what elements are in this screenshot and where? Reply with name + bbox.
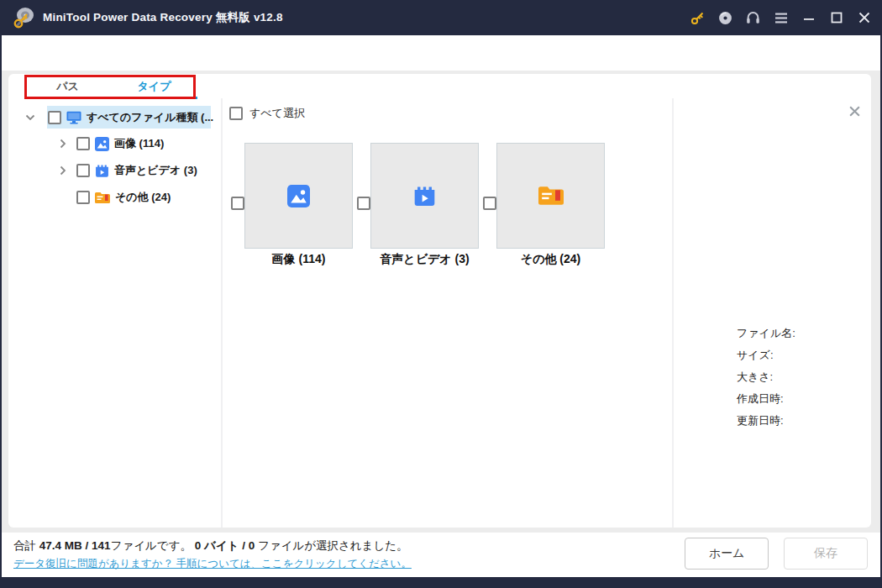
tile-label-images: 画像 (114) [244,252,353,267]
image-icon [95,137,109,151]
folder-icon [95,192,110,204]
select-all-checkbox[interactable] [229,107,243,120]
tab-type-label: タイプ [138,79,171,94]
home-button[interactable]: ホーム [685,538,769,570]
video-icon [413,185,436,207]
tree-checkbox-all-file-types[interactable] [48,111,61,124]
monitor-icon [66,111,81,124]
main-details-divider [672,98,674,528]
status-bar: 合計 47.4 MB / 141ファイルです。 0 バイト / 0 ファイルが選… [2,533,880,577]
select-all-label: すべて選択 [249,106,305,121]
tile-checkbox-audio-video[interactable] [357,197,370,210]
tree-checkbox-images[interactable] [76,137,90,150]
tab-path-label: パス [56,79,79,94]
tile-checkbox-images[interactable] [231,197,244,210]
summary-selected: 0 バイト / 0 [195,539,255,552]
tree-item-others[interactable]: その他 (24) [76,186,171,208]
app-logo-icon [13,7,35,29]
tree-item-images[interactable]: 画像 (114) [58,133,164,155]
tab-type[interactable]: タイプ [111,74,197,98]
tile-label-audio-video: 音声とビデオ (3) [370,252,479,267]
summary-text: 合計 47.4 MB / 141ファイルです。 0 バイト / 0 ファイルが選… [13,538,408,554]
chevron-right-icon[interactable] [58,139,68,149]
media-builder-icon[interactable] [718,11,732,25]
recovery-help-link[interactable]: データ復旧に問題がありますか？ 手順については、ここをクリックしてください。 [13,557,412,571]
chevron-right-icon[interactable] [58,165,68,176]
detail-label-filename: ファイル名: [737,323,795,344]
tab-path[interactable]: パス [24,74,111,98]
toolbar: フィルター プレビュー スキャン結果をエクスポート [0,35,882,71]
license-key-icon[interactable] [690,11,705,25]
summary-total: 47.4 MB / 141 [39,539,111,552]
video-icon [95,164,109,178]
tree-checkbox-audio-video[interactable] [76,164,90,177]
tree-main-divider [221,98,223,528]
image-icon [287,185,310,207]
summary-middle: ファイルです。 [111,539,195,552]
tile-others[interactable] [496,143,605,249]
titlebar-actions [690,0,871,35]
summary-prefix: 合計 [13,539,39,552]
detail-label-size: サイズ: [737,344,774,366]
tile-audio-video[interactable] [370,143,479,249]
tile-images[interactable] [244,143,353,249]
maximize-icon[interactable] [829,11,843,25]
tree-item-label: その他 (24) [115,190,171,205]
support-headphones-icon[interactable] [746,11,760,25]
tile-label-others: その他 (24) [496,252,605,267]
tree-item-label: 画像 (114) [114,136,164,151]
tile-checkbox-others[interactable] [483,197,496,210]
window-title: MiniTool Power Data Recovery 無料版 v12.8 [43,10,283,25]
detail-label-modified: 更新日時: [737,410,784,432]
tree-checkbox-others[interactable] [76,191,90,204]
select-all-row: すべて選択 [229,106,305,121]
minimize-icon[interactable] [801,11,816,25]
summary-suffix: ファイルが選択されました。 [255,539,407,552]
window-bottom-edge [0,577,882,588]
save-button[interactable]: 保存 [784,538,868,570]
content-panel: パス タイプ すべてのファイル種類 (... 画像 (114) 音声とビデオ (… [8,74,871,528]
folder-icon [538,186,564,206]
tree-item-all-file-types[interactable]: すべてのファイル種類 (... [25,107,213,129]
menu-icon[interactable] [774,11,788,25]
tree-item-audio-video[interactable]: 音声とビデオ (3) [58,160,197,181]
titlebar: MiniTool Power Data Recovery 無料版 v12.8 [0,0,882,35]
detail-label-dimensions: 大きさ: [737,366,773,388]
close-icon[interactable] [857,11,871,25]
tree-item-label: 音声とビデオ (3) [114,163,197,178]
tree-item-label: すべてのファイル種類 (... [87,110,213,125]
details-close-icon[interactable] [848,105,861,118]
chevron-down-icon[interactable] [25,113,35,123]
detail-label-created: 作成日時: [737,388,784,410]
window-left-edge [0,35,2,588]
active-tab-underline [111,97,197,99]
